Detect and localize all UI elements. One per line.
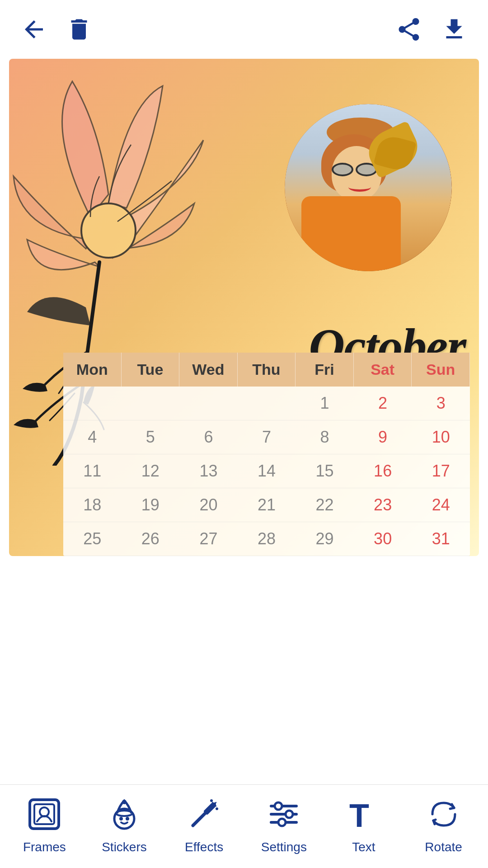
calendar-body: 1 2 3 4 5 6 7 8 9 10 11 12 13 14 15 16 1…: [63, 387, 470, 556]
rotate-label: Rotate: [425, 840, 462, 854]
table-row: [63, 387, 122, 420]
svg-point-7: [119, 817, 123, 821]
stickers-icon: [104, 794, 145, 835]
download-button[interactable]: [438, 14, 470, 45]
table-row: 17: [412, 454, 470, 488]
table-row: 21: [238, 488, 296, 522]
svg-point-19: [275, 802, 282, 810]
text-icon: T: [343, 794, 384, 835]
frames-icon: [24, 794, 65, 835]
nav-item-settings[interactable]: Settings: [254, 794, 313, 854]
cal-header-tue: Tue: [122, 353, 180, 387]
table-row: 9: [354, 420, 412, 454]
cal-header-sat: Sat: [354, 353, 412, 387]
calendar-grid: Mon Tue Wed Thu Fri Sat Sun 1 2 3 4 5 6 …: [63, 353, 470, 556]
svg-point-20: [286, 811, 293, 818]
canvas-area: October Mon Tue Wed Thu Fri Sat Sun 1 2 …: [9, 59, 479, 556]
settings-label: Settings: [261, 840, 307, 854]
svg-text:T: T: [349, 797, 369, 832]
table-row: 14: [238, 454, 296, 488]
nav-item-frames[interactable]: Frames: [15, 794, 74, 854]
table-row: 4: [63, 420, 122, 454]
table-row: 7: [238, 420, 296, 454]
bottom-spacer: [0, 561, 488, 660]
table-row: 23: [354, 488, 412, 522]
nav-item-effects[interactable]: Effects: [175, 794, 234, 854]
svg-point-0: [81, 203, 136, 258]
nav-item-rotate[interactable]: Rotate: [414, 794, 473, 854]
bottom-navigation: Frames Stickers: [0, 784, 488, 868]
nav-item-text[interactable]: T Text: [334, 794, 393, 854]
table-row: 24: [412, 488, 470, 522]
frames-label: Frames: [23, 840, 66, 854]
table-row: 28: [238, 522, 296, 556]
toolbar-right: [393, 14, 470, 45]
table-row: 10: [412, 420, 470, 454]
top-toolbar: [0, 0, 488, 54]
table-row: [179, 387, 238, 420]
table-row: 20: [179, 488, 238, 522]
table-row: 16: [354, 454, 412, 488]
settings-icon: [263, 794, 304, 835]
calendar-header: Mon Tue Wed Thu Fri Sat Sun: [63, 353, 470, 387]
svg-point-6: [122, 800, 127, 804]
table-row: 1: [296, 387, 354, 420]
table-row: 22: [296, 488, 354, 522]
text-label: Text: [352, 840, 375, 854]
table-row: 5: [122, 420, 180, 454]
table-row: 13: [179, 454, 238, 488]
effects-icon: [184, 794, 225, 835]
table-row: 25: [63, 522, 122, 556]
share-button[interactable]: [393, 14, 425, 45]
stickers-label: Stickers: [102, 840, 147, 854]
effects-label: Effects: [185, 840, 223, 854]
table-row: [238, 387, 296, 420]
table-row: 18: [63, 488, 122, 522]
svg-point-13: [216, 807, 218, 810]
cal-header-mon: Mon: [63, 353, 122, 387]
table-row: 19: [122, 488, 180, 522]
table-row: 2: [354, 387, 412, 420]
back-button[interactable]: [18, 14, 50, 45]
table-row: 27: [179, 522, 238, 556]
table-row: 11: [63, 454, 122, 488]
table-row: 8: [296, 420, 354, 454]
table-row: 3: [412, 387, 470, 420]
table-row: 12: [122, 454, 180, 488]
svg-point-8: [126, 817, 129, 821]
rotate-icon: [423, 794, 464, 835]
nav-item-stickers[interactable]: Stickers: [95, 794, 154, 854]
cal-header-thu: Thu: [238, 353, 296, 387]
svg-point-21: [278, 819, 286, 826]
table-row: 30: [354, 522, 412, 556]
table-row: 29: [296, 522, 354, 556]
toolbar-left: [18, 14, 95, 45]
delete-button[interactable]: [63, 14, 95, 45]
profile-photo-circle: [285, 104, 452, 271]
cal-header-fri: Fri: [296, 353, 354, 387]
table-row: 6: [179, 420, 238, 454]
cal-header-wed: Wed: [179, 353, 238, 387]
svg-point-12: [210, 799, 213, 802]
cal-header-sun: Sun: [412, 353, 470, 387]
svg-point-5: [116, 811, 132, 816]
table-row: 31: [412, 522, 470, 556]
table-row: 26: [122, 522, 180, 556]
table-row: 15: [296, 454, 354, 488]
table-row: [122, 387, 180, 420]
